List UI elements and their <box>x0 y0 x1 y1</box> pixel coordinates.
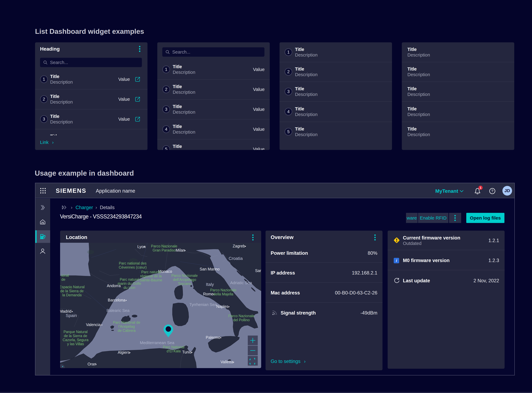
svg-text:Espacio Natural: Espacio Natural <box>60 285 84 289</box>
svg-text:Oran: Oran <box>88 362 96 366</box>
svg-text:du Lion: du Lion <box>123 285 135 290</box>
svg-text:Parc Nacional de: Parc Nacional de <box>113 320 140 324</box>
svg-text:Italy: Italy <box>206 282 214 287</box>
svg-text:Parc naturel: Parc naturel <box>120 277 139 281</box>
svg-text:Tunis: Tunis <box>182 350 192 354</box>
svg-text:Croatia: Croatia <box>229 256 243 261</box>
svg-text:Parc National: Parc National <box>163 345 184 349</box>
svg-text:San Marino: San Marino <box>200 267 220 271</box>
svg-text:Rome: Rome <box>203 292 213 296</box>
svg-text:Spain: Spain <box>66 313 77 318</box>
svg-text:Sarajev: Sarajev <box>255 268 261 273</box>
svg-text:Naples: Naples <box>216 304 228 309</box>
svg-text:Valletta: Valletta <box>221 360 233 364</box>
svg-text:Parco Nazionale: Parco Nazionale <box>172 274 198 278</box>
svg-text:Toscano: Toscano <box>178 282 191 286</box>
svg-text:del Pollino: del Pollino <box>233 318 250 322</box>
svg-text:de la Sierra de: de la Sierra de <box>64 334 87 338</box>
svg-text:l'Arxipèlag: l'Arxipèlag <box>118 324 135 329</box>
svg-text:Parco Nazionale: Parco Nazionale <box>210 288 236 292</box>
svg-text:Tyrrhenian Sea: Tyrrhenian Sea <box>189 302 217 307</box>
svg-text:Parc naturel: Parc naturel <box>141 270 161 274</box>
svg-text:Parc national des: Parc national des <box>119 261 147 265</box>
svg-text:Cévennes (cœur): Cévennes (cœur) <box>119 265 147 269</box>
svg-text:d'El Kala: d'El Kala <box>167 349 181 353</box>
svg-text:Madrid: Madrid <box>60 309 71 314</box>
svg-text:régional de la: régional de la <box>140 274 162 278</box>
svg-text:Gran Paradiso: Gran Paradiso <box>153 248 176 252</box>
svg-text:Zagreb: Zagreb <box>233 244 245 248</box>
svg-text:Adriatic Sea: Adriatic Sea <box>230 280 252 285</box>
svg-text:y las Villas: y las Villas <box>67 342 84 346</box>
svg-text:Algiers: Algiers <box>118 350 130 354</box>
svg-text:della Majella: della Majella <box>213 292 233 296</box>
svg-text:marin du Golfe: marin du Golfe <box>118 281 141 285</box>
svg-text:Milan: Milan <box>176 248 185 252</box>
svg-text:de Cabrera: de Cabrera <box>118 329 135 333</box>
svg-text:de: de <box>61 277 65 281</box>
svg-text:Balearic Sea: Balearic Sea <box>107 308 130 313</box>
svg-text:Parco Nazionale: Parco Nazionale <box>228 314 255 318</box>
svg-text:Valencia: Valencia <box>86 323 101 327</box>
svg-text:Barcelona: Barcelona <box>108 298 125 302</box>
svg-text:la Demanda: la Demanda <box>62 293 82 297</box>
svg-text:Sainte-Baume: Sainte-Baume <box>139 278 162 282</box>
svg-text:de la Sierra de: de la Sierra de <box>60 289 84 293</box>
svg-text:Cazorla, Segura: Cazorla, Segura <box>63 338 89 342</box>
svg-text:dell'Arcipelago: dell'Arcipelago <box>173 278 196 282</box>
svg-text:Palermo: Palermo <box>206 335 220 340</box>
svg-text:ional: ional <box>61 273 69 277</box>
svg-text:Parco Nazionale: Parco Nazionale <box>151 244 177 248</box>
svg-text:Parque Natural: Parque Natural <box>64 330 88 334</box>
svg-text:?: ? <box>491 189 493 193</box>
svg-text:Mediterranean Sea: Mediterranean Sea <box>140 340 174 345</box>
